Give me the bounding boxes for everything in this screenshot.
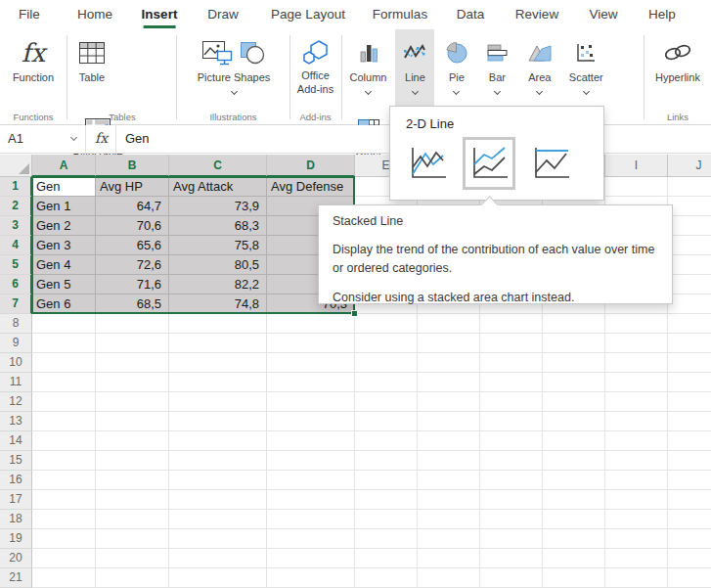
cell-A7[interactable]: Gen 6 — [32, 294, 96, 314]
cell-F13[interactable] — [418, 412, 480, 431]
hundred-pct-stacked-line-option[interactable] — [524, 137, 577, 190]
cell-B11[interactable] — [96, 373, 169, 392]
menu-tab-home[interactable]: Home — [77, 0, 112, 29]
cell-E15[interactable] — [355, 451, 418, 471]
cell-C15[interactable] — [169, 451, 267, 471]
cell-A4[interactable]: Gen 3 — [32, 236, 96, 255]
cell-J5[interactable] — [668, 255, 711, 275]
cell-J2[interactable] — [668, 197, 711, 216]
cell-G18[interactable] — [480, 510, 543, 529]
cell-C4[interactable]: 75,8 — [169, 236, 267, 255]
menu-tab-data[interactable]: Data — [457, 0, 485, 29]
cell-A1[interactable]: Gen — [32, 177, 96, 197]
cell-A15[interactable] — [32, 451, 96, 471]
cell-I1[interactable] — [605, 177, 668, 197]
cell-I17[interactable] — [605, 490, 668, 510]
menu-tab-file[interactable]: File — [19, 0, 40, 29]
column-chart-button[interactable]: Column — [345, 29, 391, 106]
cell-B12[interactable] — [96, 392, 169, 412]
column-header-D[interactable]: D — [267, 155, 355, 177]
cell-C6[interactable]: 82,2 — [169, 275, 267, 294]
cell-C18[interactable] — [169, 510, 267, 529]
cell-J15[interactable] — [668, 451, 711, 471]
formula-input[interactable]: Gen — [125, 125, 150, 153]
cell-H21[interactable] — [543, 568, 605, 588]
cell-G10[interactable] — [480, 353, 543, 373]
cell-I15[interactable] — [605, 451, 668, 471]
cell-F11[interactable] — [418, 373, 480, 392]
cell-B15[interactable] — [96, 451, 169, 471]
cell-A16[interactable] — [32, 471, 96, 490]
cell-G20[interactable] — [480, 549, 543, 568]
cell-B9[interactable] — [96, 334, 169, 353]
cell-F10[interactable] — [418, 353, 480, 373]
cell-C11[interactable] — [169, 373, 267, 392]
cell-H10[interactable] — [543, 353, 605, 373]
row-header-14[interactable]: 14 — [0, 431, 32, 451]
row-header-15[interactable]: 15 — [0, 451, 32, 471]
cell-C12[interactable] — [169, 392, 267, 412]
cell-I10[interactable] — [605, 353, 668, 373]
row-header-16[interactable]: 16 — [0, 471, 32, 490]
cell-J14[interactable] — [668, 431, 711, 451]
cell-H17[interactable] — [543, 490, 605, 510]
row-header-6[interactable]: 6 — [0, 275, 32, 294]
cell-G12[interactable] — [480, 392, 543, 412]
cell-A9[interactable] — [32, 334, 96, 353]
cell-I16[interactable] — [605, 471, 668, 490]
cell-B4[interactable]: 65,6 — [96, 236, 169, 255]
cell-H15[interactable] — [543, 451, 605, 471]
cell-I8[interactable] — [605, 314, 668, 334]
row-header-3[interactable]: 3 — [0, 216, 32, 236]
cell-D13[interactable] — [267, 412, 355, 431]
cell-J13[interactable] — [668, 412, 711, 431]
cell-A5[interactable]: Gen 4 — [32, 255, 96, 275]
cell-B17[interactable] — [96, 490, 169, 510]
cell-E8[interactable] — [355, 314, 418, 334]
cell-H12[interactable] — [543, 392, 605, 412]
menu-tab-formulas[interactable]: Formulas — [373, 0, 427, 29]
cell-E13[interactable] — [355, 412, 418, 431]
stacked-line-option[interactable] — [463, 137, 515, 190]
cell-A21[interactable] — [32, 568, 96, 588]
cell-J10[interactable] — [668, 353, 711, 373]
cell-G9[interactable] — [480, 334, 543, 353]
name-box-chevron-icon[interactable] — [70, 134, 77, 141]
cell-J20[interactable] — [668, 549, 711, 568]
cell-H13[interactable] — [543, 412, 605, 431]
cell-D19[interactable] — [267, 529, 355, 549]
menu-tab-help[interactable]: Help — [648, 0, 676, 29]
select-all-button[interactable] — [0, 155, 32, 177]
cell-C17[interactable] — [169, 490, 267, 510]
row-header-11[interactable]: 11 — [0, 373, 32, 392]
row-header-9[interactable]: 9 — [0, 334, 32, 353]
menu-tab-insert[interactable]: Insert — [142, 0, 178, 29]
cell-A8[interactable] — [32, 314, 96, 334]
cell-J21[interactable] — [668, 568, 711, 588]
cell-C1[interactable]: Avg Attack — [169, 177, 267, 197]
menu-tab-draw[interactable]: Draw — [207, 0, 239, 29]
cell-I12[interactable] — [605, 392, 668, 412]
cell-A12[interactable] — [32, 392, 96, 412]
row-header-1[interactable]: 1 — [0, 177, 32, 197]
cell-F14[interactable] — [418, 431, 480, 451]
cell-E9[interactable] — [355, 334, 418, 353]
cell-C5[interactable]: 80,5 — [169, 255, 267, 275]
cell-E17[interactable] — [355, 490, 418, 510]
line-option[interactable] — [401, 137, 454, 190]
row-header-21[interactable]: 21 — [0, 568, 32, 588]
cell-A11[interactable] — [32, 373, 96, 392]
cell-I14[interactable] — [605, 431, 668, 451]
cell-E16[interactable] — [355, 471, 418, 490]
cell-D15[interactable] — [267, 451, 355, 471]
cell-C3[interactable]: 68,3 — [169, 216, 267, 236]
cell-D11[interactable] — [267, 373, 355, 392]
column-header-J[interactable]: J — [668, 155, 711, 177]
hyperlink-button[interactable]: Hyperlink — [644, 29, 711, 106]
column-header-A[interactable]: A — [32, 155, 96, 177]
cell-H18[interactable] — [543, 510, 605, 529]
cell-J16[interactable] — [668, 471, 711, 490]
cell-A6[interactable]: Gen 5 — [32, 275, 96, 294]
cell-J9[interactable] — [668, 334, 711, 353]
cell-B16[interactable] — [96, 471, 169, 490]
